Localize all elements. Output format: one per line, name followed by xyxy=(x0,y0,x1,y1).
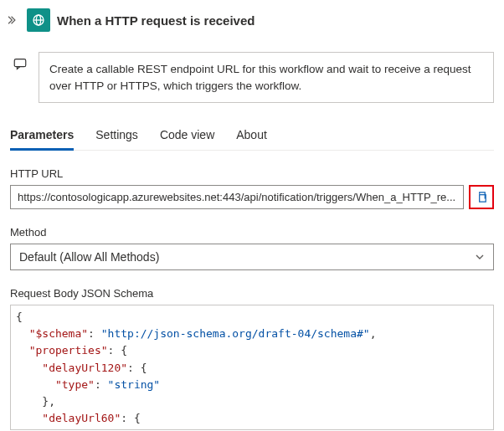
tab-about[interactable]: About xyxy=(236,125,267,150)
copy-url-button[interactable] xyxy=(469,185,494,209)
tab-bar: ParametersSettingsCode viewAbout xyxy=(10,125,494,151)
schema-line: "type": "string" xyxy=(16,377,488,393)
schema-line: "delayUrl120": { xyxy=(16,360,488,377)
comment-icon xyxy=(10,52,30,103)
http-trigger-icon xyxy=(27,8,50,32)
svg-rect-3 xyxy=(14,59,26,67)
info-callout: Create a callable REST endpoint URL for … xyxy=(10,47,494,103)
schema-line: { xyxy=(16,309,488,326)
schema-line: "properties": { xyxy=(16,342,488,359)
method-select[interactable]: Default (Allow All Methods) xyxy=(10,244,494,270)
method-label: Method xyxy=(10,226,494,239)
schema-editor[interactable]: { "$schema": "http://json-schema.org/dra… xyxy=(10,305,494,430)
info-text: Create a callable REST endpoint URL for … xyxy=(39,52,494,103)
http-url-input[interactable] xyxy=(10,185,464,209)
schema-label: Request Body JSON Schema xyxy=(10,287,494,300)
tab-code-view[interactable]: Code view xyxy=(160,125,214,150)
schema-line: "type": "string" xyxy=(16,427,488,430)
method-selected-value: Default (Allow All Methods) xyxy=(19,250,159,264)
collapse-chevrons-icon[interactable] xyxy=(3,14,20,26)
trigger-title: When a HTTP request is received xyxy=(57,13,255,28)
schema-line: "delayUrl60": { xyxy=(16,410,488,427)
copy-icon xyxy=(476,191,488,203)
chevron-down-icon xyxy=(475,252,485,262)
http-url-label: HTTP URL xyxy=(10,167,494,180)
panel-header: When a HTTP request is received xyxy=(0,0,504,40)
schema-line: "$schema": "http://json-schema.org/draft… xyxy=(16,326,488,342)
tab-settings[interactable]: Settings xyxy=(95,125,138,150)
schema-line: }, xyxy=(16,393,488,410)
tab-parameters[interactable]: Parameters xyxy=(10,125,74,150)
